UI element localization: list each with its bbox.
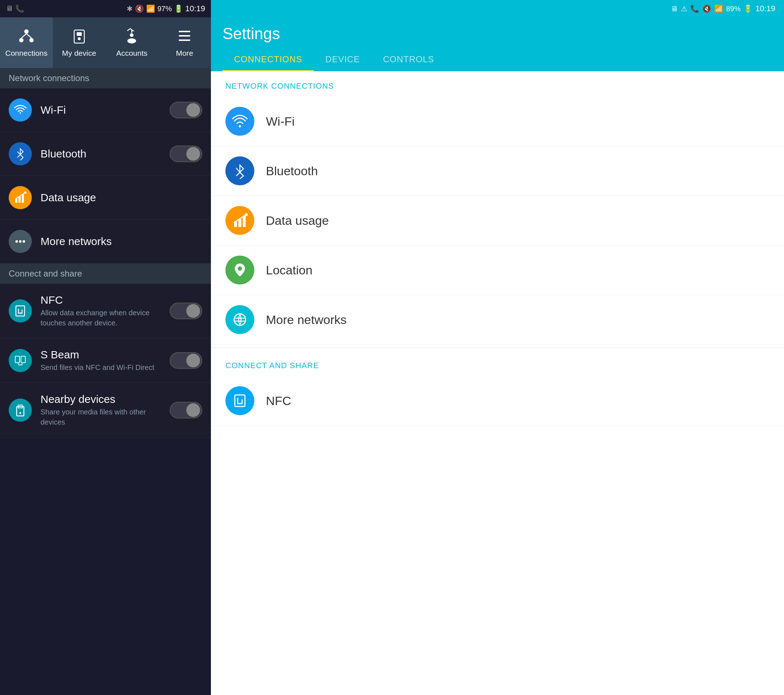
my-device-tab-icon — [71, 28, 87, 46]
bluetooth-toggle-left[interactable] — [170, 145, 202, 162]
connections-tab-icon — [18, 28, 35, 46]
nfc-icon-right — [226, 386, 254, 415]
call-icon-right: 📞 — [690, 4, 699, 13]
bluetooth-toggle-knob-left — [186, 147, 200, 161]
right-content: NETWORK CONNECTIONS Wi-Fi — [211, 71, 784, 695]
status-bar-left: 🖥 📞 ✱ 🔇 📶 97% 🔋 10:19 — [0, 0, 211, 17]
nfc-text-left: NFC Allow data exchange when device touc… — [41, 294, 161, 328]
connect-share-header-right: CONNECT AND SHARE — [211, 351, 784, 376]
sbeam-label-left: S Beam — [41, 348, 161, 361]
wifi-item-left[interactable]: Wi-Fi — [0, 88, 211, 132]
tab-more-left[interactable]: More — [158, 17, 211, 68]
sbeam-toggle-knob-left — [186, 354, 200, 367]
svg-rect-35 — [235, 395, 245, 406]
svg-point-18 — [19, 240, 22, 243]
svg-point-1 — [19, 38, 23, 42]
tab-connections-left[interactable]: Connections — [0, 17, 53, 68]
app-title-right: Settings — [222, 25, 772, 43]
wifi-label-right: Wi-Fi — [266, 114, 295, 129]
mute-icon-right: 🔇 — [702, 4, 711, 13]
more-networks-item-left[interactable]: More networks — [0, 220, 211, 264]
signal-icon-right: 📶 — [714, 4, 723, 13]
svg-point-30 — [245, 213, 248, 216]
wifi-item-right[interactable]: Wi-Fi — [211, 97, 784, 146]
status-icons-right-panel: 🖥 ⚠ 📞 🔇 📶 89% 🔋 10:19 — [671, 4, 775, 13]
bluetooth-item-left[interactable]: Bluetooth — [0, 132, 211, 176]
left-panel: 🖥 📞 ✱ 🔇 📶 97% 🔋 10:19 Connecti — [0, 0, 211, 695]
nearby-subtitle-left: Share your media files with other device… — [41, 407, 161, 427]
tab-my-device-left[interactable]: My device — [53, 17, 105, 68]
mute-icon: 🔇 — [135, 4, 144, 13]
network-connections-header-right: NETWORK CONNECTIONS — [211, 71, 784, 97]
bluetooth-icon-right — [226, 156, 254, 185]
sbeam-toggle-left[interactable] — [170, 352, 202, 369]
network-connections-header-left: Network connections — [0, 68, 211, 88]
nfc-icon-left — [9, 299, 32, 322]
nfc-subtitle-left: Allow data exchange when device touches … — [41, 308, 161, 328]
nfc-label-right: NFC — [266, 394, 291, 408]
nearby-text-left: Nearby devices Share your media files wi… — [41, 393, 161, 427]
right-panel: 🖥 ⚠ 📞 🔇 📶 89% 🔋 10:19 Settings CONNECTIO… — [211, 0, 784, 695]
bluetooth-status-icon: ✱ — [127, 4, 133, 13]
more-tab-label: More — [176, 49, 193, 58]
connections-tab-label: Connections — [5, 49, 48, 58]
screen-icon: 🖥 — [6, 4, 13, 13]
data-usage-label-left: Data usage — [41, 191, 202, 204]
svg-rect-22 — [21, 356, 25, 363]
nearby-toggle-left[interactable] — [170, 402, 202, 418]
svg-line-3 — [21, 34, 26, 38]
sbeam-item-left[interactable]: S Beam Send files via NFC and Wi-Fi Dire… — [0, 338, 211, 383]
more-networks-label-right: More networks — [266, 313, 347, 327]
location-item-right[interactable]: Location — [211, 246, 784, 295]
sbeam-icon-left — [9, 349, 32, 372]
more-networks-icon-right — [226, 305, 254, 334]
nfc-item-left[interactable]: NFC Allow data exchange when device touc… — [0, 284, 211, 338]
left-nav-tabs: Connections My device Accounts — [0, 17, 211, 68]
nearby-item-left[interactable]: Nearby devices Share your media files wi… — [0, 383, 211, 437]
bluetooth-label-right: Bluetooth — [266, 164, 318, 178]
data-usage-item-left[interactable]: Data usage — [0, 176, 211, 220]
tab-device-right[interactable]: DEVICE — [314, 48, 371, 71]
more-networks-text-left: More networks — [41, 235, 202, 248]
accounts-tab-label: Accounts — [116, 49, 147, 58]
data-usage-item-right[interactable]: Data usage — [211, 196, 784, 246]
nearby-toggle-knob-left — [186, 403, 200, 417]
tab-accounts-left[interactable]: Accounts — [105, 17, 158, 68]
location-label-right: Location — [266, 263, 313, 277]
wifi-toggle-knob-left — [186, 103, 200, 117]
warning-icon-right: ⚠ — [681, 4, 687, 13]
tab-bar-right: CONNECTIONS DEVICE CONTROLS — [222, 48, 772, 71]
more-networks-item-right[interactable]: More networks — [211, 295, 784, 345]
svg-point-25 — [20, 412, 21, 414]
svg-point-8 — [130, 33, 133, 37]
svg-rect-20 — [16, 306, 25, 316]
my-device-tab-label: My device — [62, 49, 96, 58]
nfc-item-right[interactable]: NFC — [211, 376, 784, 426]
data-usage-text-left: Data usage — [41, 191, 202, 204]
svg-point-9 — [127, 38, 136, 43]
nfc-toggle-left[interactable] — [170, 303, 202, 319]
bluetooth-icon-left — [9, 142, 32, 165]
status-icons-left: 🖥 📞 — [6, 4, 24, 13]
battery-percent-left: 97% — [157, 5, 172, 13]
tab-controls-right[interactable]: CONTROLS — [372, 48, 446, 71]
svg-point-32 — [234, 314, 245, 325]
tab-connections-right[interactable]: CONNECTIONS — [222, 48, 314, 71]
nfc-label-left: NFC — [41, 294, 161, 306]
svg-rect-21 — [15, 356, 20, 363]
svg-rect-12 — [179, 40, 190, 41]
bluetooth-item-right[interactable]: Bluetooth — [211, 146, 784, 196]
more-networks-icon-left — [9, 230, 32, 253]
svg-point-31 — [238, 266, 242, 271]
sbeam-subtitle-left: Send files via NFC and Wi-Fi Direct — [41, 362, 161, 373]
svg-rect-5 — [74, 30, 84, 43]
wifi-toggle-left[interactable] — [170, 102, 202, 118]
svg-rect-7 — [77, 32, 82, 36]
svg-rect-29 — [243, 216, 245, 227]
svg-point-17 — [16, 240, 18, 243]
nearby-icon-left — [9, 398, 32, 422]
wifi-text-left: Wi-Fi — [41, 104, 161, 116]
signal-icon: 📶 — [146, 4, 155, 13]
connect-share-header-left: Connect and share — [0, 264, 211, 284]
data-usage-label-right: Data usage — [266, 214, 329, 228]
